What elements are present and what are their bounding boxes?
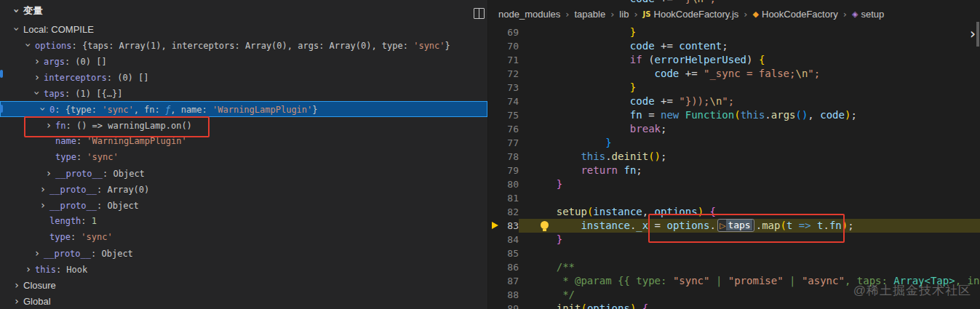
code-text[interactable]: code += "}\n";	[519, 0, 980, 6]
code-text[interactable]: init(options) {	[519, 302, 980, 309]
chevron-right-icon[interactable]: ›	[31, 69, 44, 85]
code-line-71: 71 if (errorHelperUsed) {	[488, 53, 980, 67]
variable-row-scope-local[interactable]: ›Local: COMPILE	[0, 21, 487, 37]
line-number[interactable]: 75	[504, 108, 519, 122]
variables-header[interactable]: › 变量	[0, 0, 487, 21]
scroll-right-icon[interactable]: ›	[970, 25, 976, 42]
variable-text: , name:	[170, 105, 212, 115]
line-number[interactable]: 78	[504, 150, 519, 164]
lightbulb-icon[interactable]	[541, 221, 549, 229]
line-number[interactable]: 79	[504, 164, 519, 177]
breadcrumb-item-node-modules[interactable]: node_modules	[498, 9, 560, 20]
line-number[interactable]: 70	[504, 39, 519, 53]
variable-row-type[interactable]: type: 'sync'	[0, 149, 487, 165]
code-text[interactable]: }	[519, 25, 980, 39]
code-text[interactable]: this.deinit();	[519, 150, 980, 164]
line-number[interactable]: 71	[504, 53, 519, 67]
breadcrumb-separator: ›	[610, 9, 614, 20]
line-number[interactable]: 76	[504, 122, 519, 136]
line-number[interactable]: 69	[504, 25, 519, 39]
chevron-right-icon[interactable]: ›	[10, 277, 23, 293]
variable-row-args[interactable]: ›args: (0) []	[0, 53, 487, 69]
inline-taps-chip[interactable]: ▷taps	[717, 219, 754, 232]
chevron-right-icon[interactable]: ›	[36, 181, 49, 197]
code-text[interactable]: setup(instance, options) {	[519, 205, 980, 219]
variable-row-proto-object[interactable]: ›__proto__: Object	[0, 197, 487, 213]
code-text[interactable]: */	[519, 288, 980, 302]
chevron-down-icon[interactable]: ›	[35, 103, 51, 116]
line-number[interactable]: 87	[504, 274, 519, 288]
variables-panel: › 变量 ›Local: COMPILE›options: {taps: Arr…	[0, 0, 487, 309]
code-text[interactable]: instance._x = options.▷taps.map(t => t.f…	[519, 219, 980, 233]
chevron-right-icon[interactable]: ›	[42, 165, 55, 181]
code-text[interactable]: }	[519, 233, 980, 246]
code-text[interactable]: /**	[519, 260, 980, 274]
variable-row-scope-global[interactable]: ›Global	[0, 293, 487, 309]
chevron-down-icon[interactable]: ›	[20, 39, 36, 52]
editor-pane: code += "}\n"; node_modules›tapable›lib›…	[487, 0, 980, 309]
line-number[interactable]: 74	[504, 95, 519, 108]
gutter-decoration	[488, 246, 504, 260]
breadcrumb-item-tapable[interactable]: tapable	[575, 9, 606, 20]
code-text[interactable]: return fn;	[519, 164, 980, 177]
chevron-right-icon[interactable]: ›	[10, 293, 23, 309]
variable-text: type	[49, 232, 71, 242]
breadcrumb-item-hookcodefactory-js[interactable]: JSHookCodeFactory.js	[643, 9, 739, 20]
code-text[interactable]: * @param {{ type: "sync" | "promise" | "…	[519, 274, 980, 288]
variable-row-scope-closure[interactable]: ›Closure	[0, 277, 487, 293]
line-number[interactable]: 81	[504, 191, 519, 205]
line-number[interactable]: 86	[504, 260, 519, 274]
line-number[interactable]: 83	[504, 219, 519, 233]
variable-row-length[interactable]: length: 1	[0, 213, 487, 229]
code-text[interactable]: fn = new Function(this.args(), code);	[519, 108, 980, 122]
line-number[interactable]: 72	[504, 67, 519, 81]
code-text[interactable]: }	[519, 136, 980, 150]
code-text[interactable]: if (errorHelperUsed) {	[519, 53, 980, 67]
code-text[interactable]: }	[519, 177, 980, 191]
variable-row-type-options[interactable]: type: 'sync'	[0, 229, 487, 245]
variable-row-interceptors[interactable]: ›interceptors: (0) []	[0, 69, 487, 85]
chevron-right-icon[interactable]: ›	[36, 197, 49, 213]
line-number[interactable]: 82	[504, 205, 519, 219]
variable-row-item-0[interactable]: ›0: {type: 'sync', fn: ƒ, name: 'Warning…	[0, 101, 487, 117]
chevron-right-icon[interactable]: ›	[31, 53, 44, 69]
line-number[interactable]: 84	[504, 233, 519, 246]
variable-text: 'sync'	[102, 105, 133, 115]
variable-row-proto-options[interactable]: ›__proto__: Object	[0, 245, 487, 261]
variable-row-proto-item[interactable]: ›__proto__: Object	[0, 165, 487, 181]
variable-text: :	[103, 169, 113, 179]
chevron-right-icon[interactable]: ›	[42, 117, 55, 133]
breadcrumb-item-setup[interactable]: ◈setup	[852, 9, 884, 20]
variable-row-fn[interactable]: ›fn: () => warningLamp.on()	[0, 117, 487, 133]
chevron-down-icon[interactable]: ›	[29, 87, 45, 100]
line-number[interactable]: 77	[504, 136, 519, 150]
variable-text: () => warningLamp.on()	[76, 121, 192, 131]
chevron-down-icon[interactable]: ›	[11, 4, 23, 17]
chevron-right-icon[interactable]: ›	[31, 245, 44, 261]
breadcrumb-item-lib[interactable]: lib	[619, 9, 629, 20]
code-line-79: 79 return fn;	[488, 164, 980, 177]
variable-row-this[interactable]: ›this: Hook	[0, 261, 487, 277]
chevron-right-icon[interactable]: ›	[22, 261, 35, 277]
line-number[interactable]: 80	[504, 177, 519, 191]
code-text[interactable]: code += "_sync = false;\n";	[519, 67, 980, 81]
code-text[interactable]	[519, 191, 980, 205]
breadcrumb-item-hookcodefactory[interactable]: ◆HookCodeFactory	[753, 9, 838, 20]
variable-row-options[interactable]: ›options: {taps: Array(1), interceptors:…	[0, 37, 487, 53]
code-text[interactable]: code += "}));\n";	[519, 95, 980, 108]
chevron-down-icon[interactable]: ›	[9, 23, 25, 36]
vertical-scrollbar-thumb[interactable]	[976, 22, 979, 47]
split-editor-icon[interactable]	[474, 8, 485, 19]
line-number[interactable]: 73	[504, 81, 519, 95]
line-number[interactable]: 89	[504, 302, 519, 309]
code-text[interactable]: }	[519, 81, 980, 95]
line-number[interactable]	[504, 0, 519, 6]
variable-row-taps[interactable]: ›taps: (1) [{…}]	[0, 85, 487, 101]
variable-row-name[interactable]: name: 'WarningLampPlugin'	[0, 133, 487, 149]
line-number[interactable]: 88	[504, 288, 519, 302]
variable-row-proto-array[interactable]: ›__proto__: Array(0)	[0, 181, 487, 197]
code-text[interactable]: break;	[519, 122, 980, 136]
line-number[interactable]: 85	[504, 246, 519, 260]
code-text[interactable]	[519, 246, 980, 260]
code-text[interactable]: code += content;	[519, 39, 980, 53]
